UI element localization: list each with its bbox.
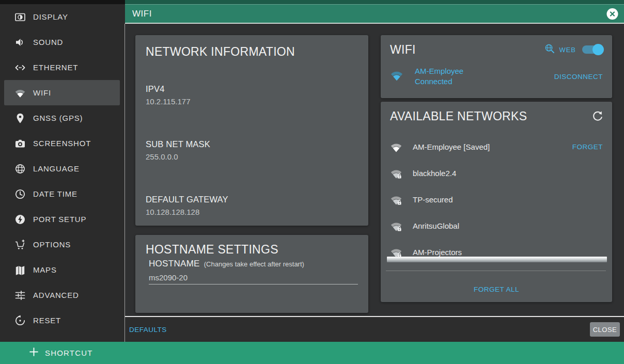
- sidebar-item-language[interactable]: LANGUAGE: [4, 156, 120, 181]
- wifi-lock-icon: [390, 220, 402, 232]
- network-information-panel: NETWORK INFORMATION IPV4 10.2.115.177 SU…: [135, 35, 368, 226]
- horizontal-scrollbar[interactable]: [387, 257, 607, 262]
- sound-icon: [14, 37, 26, 48]
- sidebar-item-datetime[interactable]: DATE TIME: [4, 181, 120, 207]
- sidebar-item-portsetup[interactable]: PORT SETUP: [4, 207, 120, 232]
- sidebar-item-maps[interactable]: MAPS: [4, 257, 120, 282]
- sidebar-item-label: RESET: [33, 316, 61, 325]
- field-label: DEFAULT GATEWAY: [146, 194, 358, 204]
- camera-icon: [14, 138, 26, 149]
- reset-icon: [14, 315, 26, 326]
- network-ssid: TP-secured: [413, 195, 453, 204]
- shortcut-label: SHORTCUT: [45, 349, 93, 357]
- sidebar-item-label: DISPLAY: [33, 12, 68, 21]
- cart-plus-icon: [14, 239, 26, 250]
- sliders-icon: [14, 290, 26, 301]
- hostname-settings-panel: HOSTNAME SETTINGS HOSTNAME (Changes take…: [135, 235, 368, 313]
- network-ssid: AM-Employee [Saved]: [413, 143, 490, 151]
- sidebar-item-ethernet[interactable]: ETHERNET: [4, 55, 120, 80]
- sidebar-item-gnss[interactable]: GNSS (GPS): [4, 105, 120, 131]
- wifi-icon: [14, 87, 26, 99]
- sidebar-item-label: GNSS (GPS): [33, 114, 83, 122]
- settings-dialog: DISPLAY SOUND ETHERNET WIFI GNSS (GPS): [0, 0, 624, 364]
- top-band-right: [125, 0, 624, 4]
- display-icon: [14, 11, 26, 23]
- bottom-bar: SHORTCUT: [0, 342, 624, 364]
- field-label: SUB NET MASK: [146, 139, 358, 149]
- plus-icon: [29, 347, 39, 359]
- divider: [386, 271, 606, 271]
- page-title: WIFI: [132, 9, 152, 19]
- location-pin-icon: [14, 113, 26, 124]
- network-ssid: blackhole2.4: [413, 169, 456, 178]
- network-row[interactable]: AnritsuGlobal: [390, 213, 603, 239]
- field-value: 10.128.128.128: [146, 207, 358, 217]
- network-ssid: AnritsuGlobal: [413, 221, 459, 230]
- wifi-signal-icon: [390, 141, 402, 153]
- panel-title: NETWORK INFORMATION: [146, 43, 358, 60]
- forget-button[interactable]: FORGET: [572, 143, 603, 151]
- field-ipv4: IPV4 10.2.115.177: [146, 84, 358, 107]
- network-row[interactable]: AM-Employee [Saved] FORGET: [390, 134, 603, 160]
- sidebar-item-label: PORT SETUP: [33, 215, 86, 224]
- network-ssid: AM-Projectors: [413, 248, 462, 257]
- sidebar-item-screenshot[interactable]: SCREENSHOT: [4, 131, 120, 156]
- field-value: 255.0.0.0: [146, 152, 358, 162]
- panel-title: AVAILABLE NETWORKS: [390, 108, 527, 124]
- sidebar-item-options[interactable]: OPTIONS: [4, 232, 120, 257]
- sidebar-item-display[interactable]: DISPLAY: [4, 4, 120, 29]
- globe-icon: [14, 163, 26, 175]
- sidebar-item-label: DATE TIME: [33, 189, 77, 198]
- map-icon: [14, 264, 26, 276]
- disconnect-button[interactable]: DISCONNECT: [554, 73, 603, 81]
- sidebar-item-label: MAPS: [33, 265, 57, 274]
- available-networks-panel: AVAILABLE NETWORKS AM-Employee [Saved] F…: [381, 102, 612, 302]
- forget-all-button[interactable]: FORGET ALL: [381, 286, 612, 293]
- wifi-lock-icon: [390, 167, 402, 180]
- connection-status: Connected: [415, 76, 463, 87]
- web-toggle[interactable]: [582, 45, 603, 54]
- refresh-icon[interactable]: [591, 110, 603, 122]
- sidebar-item-label: LANGUAGE: [33, 164, 80, 173]
- web-toggle-label: WEB: [559, 46, 576, 54]
- add-shortcut-button[interactable]: SHORTCUT: [29, 347, 93, 359]
- sidebar-item-sound[interactable]: SOUND: [4, 29, 120, 55]
- network-row[interactable]: blackhole2.4: [390, 160, 603, 186]
- sidebar-item-wifi[interactable]: WIFI: [4, 80, 120, 105]
- dialog-header: WIFI: [125, 4, 624, 24]
- close-icon[interactable]: [606, 8, 618, 20]
- wifi-lock-icon: [390, 194, 402, 206]
- web-globe-search-icon: [544, 43, 555, 56]
- sidebar-item-label: SCREENSHOT: [33, 139, 91, 148]
- connected-ssid: AM-Employee: [415, 66, 463, 76]
- sidebar-item-label: ETHERNET: [33, 63, 78, 72]
- sidebar-item-label: SOUND: [33, 38, 63, 46]
- sidebar-item-advanced[interactable]: ADVANCED: [4, 282, 120, 308]
- toggle-knob: [592, 44, 604, 55]
- network-row[interactable]: TP-secured: [390, 186, 603, 213]
- sidebar-item-reset[interactable]: RESET: [4, 308, 120, 333]
- hostname-note: (Changes take effect after restart): [204, 260, 304, 268]
- hostname-input[interactable]: ms2090-20: [149, 273, 358, 284]
- field-gateway: DEFAULT GATEWAY 10.128.128.128: [146, 194, 358, 217]
- sidebar-item-label: WIFI: [33, 88, 51, 97]
- sidebar-item-label: OPTIONS: [33, 240, 71, 249]
- panel-title: HOSTNAME SETTINGS: [146, 241, 358, 258]
- dialog-footer: DEFAULTS CLOSE: [125, 316, 624, 342]
- wifi-connected-icon: [390, 69, 403, 84]
- wifi-panel: WIFI WEB AM-Employee Connected DISCONNEC…: [381, 35, 612, 98]
- field-label: IPV4: [146, 84, 358, 94]
- settings-sidebar: DISPLAY SOUND ETHERNET WIFI GNSS (GPS): [0, 4, 125, 342]
- close-button[interactable]: CLOSE: [590, 322, 620, 337]
- panel-title: WIFI: [390, 41, 416, 58]
- sidebar-item-label: ADVANCED: [33, 291, 79, 299]
- defaults-button[interactable]: DEFAULTS: [129, 326, 167, 334]
- clock-icon: [14, 188, 26, 200]
- top-band-left: [0, 0, 125, 4]
- power-bolt-icon: [14, 214, 26, 225]
- field-value: 10.2.115.177: [146, 97, 358, 107]
- field-subnet: SUB NET MASK 255.0.0.0: [146, 139, 358, 162]
- hostname-label: HOSTNAME: [149, 259, 200, 269]
- ethernet-icon: [14, 62, 26, 73]
